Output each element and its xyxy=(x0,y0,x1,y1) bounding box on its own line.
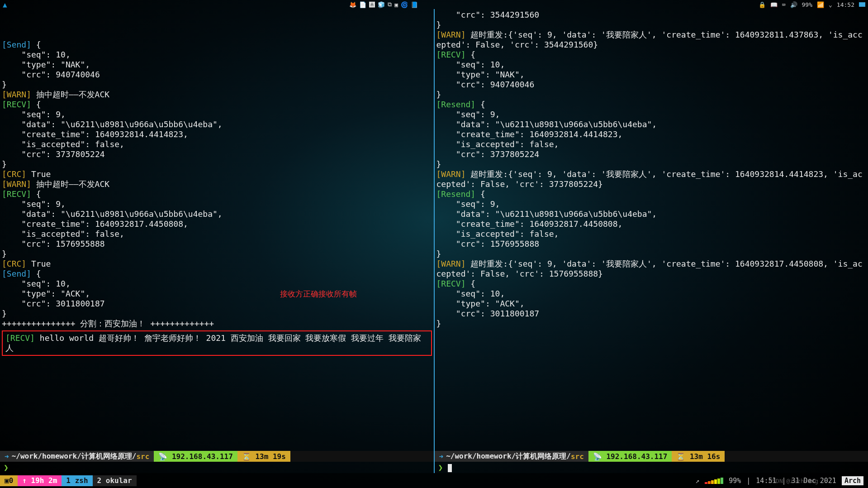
terminal-line: "create_time": 1640932814.4414823, xyxy=(2,129,432,139)
log-text: "is_accepted": false, xyxy=(2,229,124,239)
terminal-line: "is_accepted": false, xyxy=(436,139,867,149)
book-icon[interactable]: 📖 xyxy=(770,1,778,8)
terminal-line: "crc": 3011800187 xyxy=(436,309,867,319)
prompt-symbol: ❯ xyxy=(435,463,443,472)
log-text: "seq": 9, xyxy=(436,110,500,119)
terminal-line: "seq": 10, xyxy=(2,279,432,289)
terminal-line: "crc": 3737805224 xyxy=(436,149,867,159)
left-prompt-line[interactable]: ❯ xyxy=(0,462,434,473)
terminal-line: "type": "NAK", xyxy=(436,70,867,80)
terminal-split: [Send] { "seq": 10, "type": "NAK", "crc"… xyxy=(0,9,868,473)
log-text: } xyxy=(436,159,441,169)
log-text: 抽中超时——不发ACK xyxy=(31,179,109,189)
terminal-line: [WARN] 超时重发:{'seq': 9, 'data': '我要陪家人', … xyxy=(436,30,867,50)
terminal-line: "seq": 9, xyxy=(2,199,432,209)
app-icon[interactable]: 📄 xyxy=(359,1,366,8)
log-text: +++++++++++++++ 分割：西安加油！ +++++++++++++ xyxy=(2,319,214,328)
log-tag: [RECV] xyxy=(5,333,35,343)
log-text: "is_accepted": false, xyxy=(2,139,124,149)
log-text: "data": "\u6211\u8981\u966a\u5bb6\u4eba"… xyxy=(2,120,223,129)
terminal-line: "seq": 9, xyxy=(436,110,867,120)
terminal-line: "create_time": 1640932817.4450808, xyxy=(2,219,432,229)
terminal-icon[interactable]: ▣ xyxy=(394,1,398,8)
right-prompt-line[interactable]: ❯ xyxy=(435,462,868,473)
terminal-line: } xyxy=(436,319,867,329)
left-terminal-pane[interactable]: [Send] { "seq": 10, "type": "NAK", "crc"… xyxy=(0,9,435,473)
volume-icon[interactable]: 🔊 xyxy=(790,1,797,8)
log-text: "is_accepted": false, xyxy=(436,139,559,149)
app-icon[interactable]: 🅰 xyxy=(369,1,375,8)
terminal-line: [WARN] 抽中超时——不发ACK xyxy=(2,179,432,189)
terminal-line: [RECV] { xyxy=(436,50,867,60)
tray-app-icons[interactable]: 🦊 📄 🅰 🧊 ⧉ ▣ 🌀 📘 xyxy=(349,1,418,8)
log-text: "seq": 10, xyxy=(2,50,71,59)
prompt-symbol: ❯ xyxy=(0,463,9,472)
log-text: 抽中超时——不发ACK xyxy=(31,90,109,99)
log-text: "seq": 9, xyxy=(2,199,66,209)
recv-message: hello world 超哥好帅！ 詹宇老师好帅！ 2021 西安加油 我要回家… xyxy=(5,333,421,353)
terminal-line: } xyxy=(436,20,867,30)
right-terminal-output[interactable]: "crc": 3544291560}[WARN] 超时重发:{'seq': 9,… xyxy=(435,9,868,451)
terminal-line: [Send] { xyxy=(2,269,432,279)
terminal-line: "crc": 940740046 xyxy=(2,70,432,80)
vscode-icon[interactable]: ⧉ xyxy=(388,1,392,8)
wifi-icon[interactable]: 📶 xyxy=(817,1,824,8)
duration: 13m 16s xyxy=(690,452,720,461)
window-label: okular xyxy=(106,476,132,485)
net-arrow-icon: ↗ xyxy=(695,477,699,485)
log-tag: [WARN] xyxy=(436,259,466,268)
log-text: True xyxy=(26,259,51,268)
terminal-line: [Resend] { xyxy=(436,189,867,199)
terminal-line: [Resend] { xyxy=(436,100,867,110)
right-terminal-pane[interactable]: "crc": 3544291560}[WARN] 超时重发:{'seq': 9,… xyxy=(435,9,868,473)
log-text: } xyxy=(2,80,7,89)
left-terminal-output[interactable]: [Send] { "seq": 10, "type": "NAK", "crc"… xyxy=(0,9,434,451)
lock-icon[interactable]: 🔒 xyxy=(759,1,766,8)
terminal-line: } xyxy=(2,159,432,169)
terminal-line: [RECV] { xyxy=(436,279,867,289)
log-text: } xyxy=(2,309,7,318)
window-okular[interactable]: 2 okular xyxy=(93,475,137,486)
log-text: "type": "ACK", xyxy=(436,299,525,308)
antenna-icon: 📡 xyxy=(158,452,167,461)
app-icon[interactable]: 🧊 xyxy=(378,1,385,8)
log-tag: [RECV] xyxy=(2,100,31,109)
terminal-line: "is_accepted": false, xyxy=(436,229,867,239)
prompt-arrow-icon: ➜ xyxy=(439,452,444,461)
terminal-line: "type": "ACK", xyxy=(436,299,867,309)
app-icon[interactable]: 📘 xyxy=(411,1,418,8)
log-text: { xyxy=(466,50,476,59)
app-icon[interactable]: 🌀 xyxy=(401,1,408,8)
terminal-line: "crc": 940740046 xyxy=(436,80,867,90)
firefox-icon[interactable]: 🦊 xyxy=(349,1,356,8)
terminal-line: [WARN] 超时重发:{'seq': 9, 'data': '我要陪家人', … xyxy=(436,169,867,189)
cwd-segment: ➜ ~/work/homework/计算机网络原理/src xyxy=(435,451,588,462)
terminal-line: "seq": 10, xyxy=(436,60,867,70)
log-text: } xyxy=(436,319,441,328)
keyboard-icon[interactable]: ⌨ xyxy=(782,1,786,8)
cwd-last: src xyxy=(571,452,584,461)
log-tag: [Resend] xyxy=(436,100,476,109)
log-text: "create_time": 1640932814.4414823, xyxy=(436,129,623,139)
log-text: True xyxy=(26,169,51,179)
terminal-line: "seq": 10, xyxy=(436,289,867,299)
log-text: "seq": 10, xyxy=(436,289,505,298)
log-text: "data": "\u6211\u8981\u966a\u5bb6\u4eba"… xyxy=(436,209,657,219)
terminal-line: } xyxy=(2,309,432,319)
terminal-line: "seq": 9, xyxy=(2,110,432,120)
chevron-down-icon[interactable]: ⌄ xyxy=(829,1,832,8)
terminal-line: "crc": 1576955888 xyxy=(2,239,432,249)
ip-segment: 📡 192.168.43.117 xyxy=(588,451,672,462)
log-tag: [RECV] xyxy=(436,50,466,59)
terminal-line: [CRC] True xyxy=(2,169,432,179)
log-text: { xyxy=(31,269,41,278)
workspace-indicator[interactable]: ▣ 0 xyxy=(0,475,18,486)
duration: 13m 19s xyxy=(255,452,285,461)
log-text: "data": "\u6211\u8981\u966a\u5bb6\u4eba"… xyxy=(436,120,657,129)
log-text: { xyxy=(31,189,41,199)
cwd-segment: ➜ ~/work/homework/计算机网络原理/src xyxy=(0,451,154,462)
window-zsh[interactable]: 1 zsh xyxy=(62,475,92,486)
arch-logo-icon: ▲ xyxy=(3,0,7,9)
log-text: { xyxy=(475,100,485,109)
terminal-line: "type": "NAK", xyxy=(2,60,432,70)
